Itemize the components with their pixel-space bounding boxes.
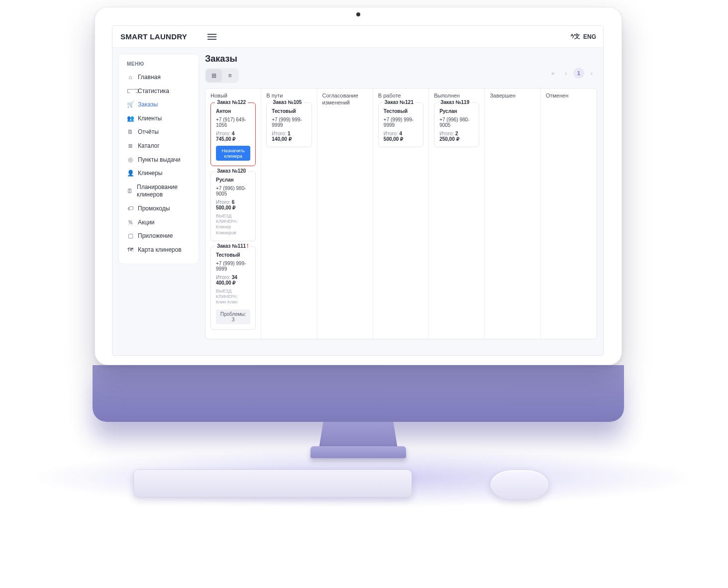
page-next-button[interactable]: › [586, 68, 597, 79]
sidebar-icon: ⫍⫎ [127, 88, 134, 96]
view-list-button[interactable]: ≡ [222, 69, 238, 82]
card-customer: Руслан [216, 177, 250, 183]
topbar: SMART LAUNDRY ᴬ⁄文 ENG [112, 26, 603, 48]
content-area: Заказы ⊞ ≡ « [205, 54, 597, 349]
list-icon: ≡ [228, 72, 231, 79]
order-card[interactable]: Заказ №111!Тестовый+7 (999) 999-9999Итог… [210, 246, 256, 330]
column-title: Отменен [546, 93, 592, 99]
monitor-foot [311, 446, 406, 458]
monitor-frame: SMART LAUNDRY ᴬ⁄文 ENG МЕНЮ ⌂Главная⫍⫎Ста… [95, 7, 622, 365]
card-phone: +7 (996) 980-9005 [439, 117, 474, 128]
page-first-button[interactable]: « [547, 68, 558, 79]
toolbar: ⊞ ≡ [205, 68, 597, 83]
order-card[interactable]: Заказ №122Антон+7 (917) 649-1056Итого: 4… [210, 102, 256, 166]
sidebar-item-label: Главная [138, 74, 161, 82]
page-prev-button[interactable]: ‹ [560, 68, 571, 79]
column-title: В работе [378, 93, 423, 99]
sidebar-item-label: Пункты выдачи [138, 156, 180, 164]
column-title: Новый [210, 93, 256, 99]
card-total: Итого: 34 400,00 ₽ [216, 275, 250, 286]
keyboard [133, 470, 412, 497]
camera-dot [356, 12, 360, 16]
order-card[interactable]: Заказ №120Руслан+7 (996) 980-9005Итого: … [210, 171, 256, 241]
sidebar-item-3[interactable]: 👥Клиенты [119, 112, 199, 126]
sidebar-item-12[interactable]: 🗺Карта клинеров [119, 243, 199, 257]
card-phone: +7 (999) 999-9999 [216, 261, 250, 272]
sidebar-icon: 🗺 [127, 246, 134, 254]
board-column-3: В работеЗаказ №121Тестовый+7 (999) 999-9… [373, 89, 429, 339]
sidebar-item-6[interactable]: ◎Пункты выдачи [119, 153, 199, 167]
kanban-board: НовыйЗаказ №122Антон+7 (917) 649-1056Ито… [205, 88, 597, 339]
column-title: Выполнен [434, 93, 479, 99]
card-legend: Заказ №121 [383, 99, 416, 105]
sidebar-icon: 🛒 [127, 101, 134, 109]
sidebar: МЕНЮ ⌂Главная⫍⫎Статистика🛒Заказы👥Клиенты… [118, 54, 199, 264]
sidebar-icon: 🏷 [127, 205, 134, 213]
mouse [490, 470, 549, 499]
card-total: Итого: 2 250,00 ₽ [439, 131, 474, 142]
sidebar-icon: 👥 [127, 115, 134, 123]
order-card[interactable]: Заказ №121Тестовый+7 (999) 999-9999Итого… [378, 102, 423, 147]
sidebar-item-2[interactable]: 🛒Заказы [119, 98, 199, 112]
order-card[interactable]: Заказ №119Руслан+7 (996) 980-9005Итого: … [434, 102, 479, 147]
card-customer: Антон [216, 108, 250, 114]
card-problems-badge: Проблемы: 3 [216, 309, 250, 324]
card-customer: Тестовый [384, 108, 418, 114]
sidebar-item-1[interactable]: ⫍⫎Статистика [119, 85, 199, 98]
card-customer: Руслан [439, 108, 474, 114]
card-phone: +7 (999) 999-9999 [384, 117, 418, 128]
hamburger-icon [208, 36, 216, 37]
card-legend: Заказ №120 [215, 168, 248, 174]
card-total: Итого: 4 500,00 ₽ [384, 131, 418, 142]
sidebar-item-5[interactable]: ≣Каталог [119, 139, 199, 153]
sidebar-item-label: Заказы [138, 101, 158, 109]
sidebar-item-4[interactable]: 🗎Отчёты [119, 125, 199, 139]
board-column-0: НовыйЗаказ №122Антон+7 (917) 649-1056Ито… [206, 89, 261, 339]
card-legend: Заказ №111! [215, 243, 250, 249]
menu-toggle-button[interactable] [202, 36, 222, 37]
sidebar-icon: ◎ [127, 156, 134, 164]
sidebar-icon: 👤 [127, 170, 134, 178]
language-label: ENG [583, 33, 596, 40]
translate-icon: ᴬ⁄文 [571, 32, 580, 41]
sidebar-item-label: Планирование клинеров [137, 184, 191, 199]
card-total: Итого: 1 140,00 ₽ [272, 131, 306, 142]
sidebar-item-8[interactable]: 🗓Планирование клинеров [119, 181, 199, 202]
board-column-4: ВыполненЗаказ №119Руслан+7 (996) 980-900… [429, 89, 485, 339]
brand-title: SMART LAUNDRY [112, 32, 202, 41]
view-switch: ⊞ ≡ [205, 68, 239, 83]
assign-cleaner-button[interactable]: Назначить клинера [216, 146, 250, 161]
sidebar-icon: ％ [127, 219, 134, 227]
sidebar-icon: ▢ [127, 232, 134, 240]
card-legend: Заказ №105 [271, 99, 304, 105]
alert-icon: ! [247, 243, 248, 249]
board-column-2: Согласование изменений [317, 89, 373, 339]
sidebar-item-11[interactable]: ▢Приложение [119, 229, 199, 243]
sidebar-item-label: Карта клинеров [138, 246, 182, 254]
card-total: Итого: 4 745,00 ₽ [216, 131, 250, 142]
sidebar-icon: ⌂ [127, 74, 134, 82]
sidebar-item-label: Статистика [138, 88, 169, 96]
card-phone: +7 (999) 999-9999 [272, 117, 306, 128]
card-phone: +7 (917) 649-1056 [216, 117, 250, 128]
column-title: Согласование изменений [322, 93, 368, 106]
sidebar-item-0[interactable]: ⌂Главная [119, 71, 199, 85]
card-phone: +7 (996) 980-9005 [216, 186, 250, 196]
card-cleaner-meta: ВЫЕЗД КЛИНЕРА:Клин Клин [216, 289, 250, 305]
language-switch[interactable]: ᴬ⁄文 ENG [571, 32, 596, 41]
card-legend: Заказ №122 [215, 99, 248, 105]
sidebar-item-9[interactable]: 🏷Промокоды [119, 202, 199, 216]
board-column-6: Отменен [541, 89, 597, 339]
card-legend: Заказ №119 [438, 99, 471, 105]
page-1-button[interactable]: 1 [573, 68, 584, 79]
order-card[interactable]: Заказ №105Тестовый+7 (999) 999-9999Итого… [266, 102, 312, 147]
view-grid-button[interactable]: ⊞ [206, 69, 222, 82]
monitor-chin [93, 365, 624, 422]
sidebar-item-label: Промокоды [138, 205, 170, 213]
board-column-1: В путиЗаказ №105Тестовый+7 (999) 999-999… [261, 89, 317, 339]
sidebar-icon: 🗓 [127, 188, 133, 196]
app-viewport: SMART LAUNDRY ᴬ⁄文 ENG МЕНЮ ⌂Главная⫍⫎Ста… [112, 25, 604, 356]
sidebar-item-10[interactable]: ％Акции [119, 216, 199, 230]
page-title: Заказы [205, 54, 597, 64]
sidebar-item-7[interactable]: 👤Клинеры [119, 167, 199, 181]
